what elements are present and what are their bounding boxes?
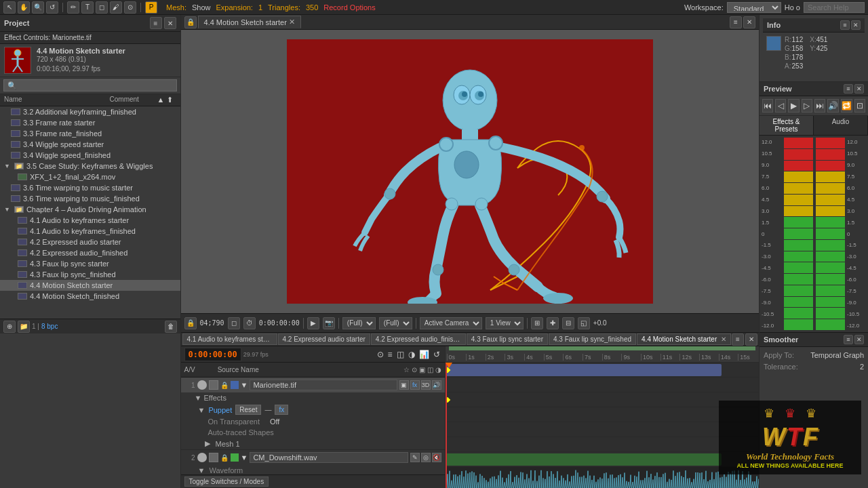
footer-new-comp[interactable]: ⊕ [3,321,16,333]
prev-ram[interactable]: ⊡ [854,99,865,113]
layer-name-2[interactable] [250,452,408,463]
layer-audio-1[interactable]: 🔊 [432,380,441,390]
project-list[interactable]: 3.2 Additional keyframing_finished 3.3 F… [0,106,180,319]
footer-trash[interactable]: 🗑 [165,321,177,333]
layer-lock-1[interactable]: 🔒 [220,382,229,389]
tl-tab-3[interactable]: 4.2 Expressed audio_finished [371,333,466,345]
scroll-up[interactable]: ⬆ [167,96,176,104]
layer-fx-1[interactable]: fx [410,380,420,390]
layer-edit-2[interactable]: ✎ [410,453,420,462]
tool-pen[interactable]: ✏ [67,1,79,14]
vc-snapshot[interactable]: 📷 [323,317,335,329]
layer-blend-1[interactable]: ▣ [399,380,409,390]
list-item[interactable]: 3.2 Additional keyframing_finished [0,106,180,117]
vc-lock[interactable]: 🔒 [184,317,197,329]
tl-graph[interactable]: 📊 [418,350,431,359]
comp-panel-menu[interactable]: ≡ [730,16,742,28]
tl-tab-1[interactable]: 4.1 Audio to keyframes starter [182,333,277,345]
layer-row-2[interactable]: 2 🔒 ▼ ✎ ◎ 🔇 [181,450,445,465]
list-item[interactable]: 3.3 Frame rate starter [0,117,180,128]
list-item[interactable]: 4.1 Audio to keyframes starter [0,215,180,226]
list-item-folder[interactable]: ▼ 📁 3.5 Case Study: Keyframes & Wiggles [0,161,180,171]
expand-puppet[interactable]: ▼ [198,406,205,414]
layer-row-1[interactable]: 1 🔒 ▼ ▣ fx 3D [181,378,445,392]
list-item[interactable]: 4.2 Expressed audio starter [0,237,180,247]
tl-tab-4[interactable]: 4.3 Faux lip sync starter [467,333,548,345]
prev-play[interactable]: ▶ [788,99,799,113]
vc-camera-select[interactable]: Active Camera [420,317,482,329]
tool-hand[interactable]: ✋ [18,1,30,14]
tl-collapse[interactable]: ≡ [387,350,394,359]
audio-tab[interactable]: Audio [814,116,868,135]
record-options[interactable]: Record Options [323,3,375,12]
list-item[interactable]: XFX_1+2_final_x264.mov [0,171,180,182]
puppet-fx-btn[interactable]: fx [275,405,288,415]
layer-mute-2[interactable]: 🔇 [432,453,441,462]
vc-quality[interactable]: (Full) [379,317,412,329]
vc-zoom-select[interactable]: (Full)50%25% [342,317,376,329]
list-item[interactable]: 3.4 Wiggle speed_finished [0,150,180,161]
tool-select[interactable]: ↖ [3,1,16,14]
info-menu[interactable]: ≡ [840,20,850,30]
tl-frame-blend[interactable]: ◫ [395,350,406,359]
vc-zoom-out[interactable]: ◻ [228,317,240,329]
smoother-menu[interactable]: ≡ [844,335,853,344]
vc-fps[interactable]: ⏱ [243,317,256,329]
prev-loop[interactable]: 🔁 [841,99,852,113]
list-item[interactable]: 3.6 Time warping to music_finished [0,193,180,204]
layer-visibility-2[interactable] [197,453,207,462]
vc-play[interactable]: ▶ [307,317,319,329]
tl-tab-2[interactable]: 4.2 Expressed audio starter [278,333,370,345]
tool-text[interactable]: T [81,1,94,14]
tl-panel-close[interactable]: ✕ [745,333,757,346]
tool-puppet2[interactable]: P [145,1,157,14]
effects-presets-tab[interactable]: Effects & Presets [760,116,814,135]
tool-shape[interactable]: ◻ [96,1,108,14]
sort-btn[interactable]: ▲ [157,96,167,104]
list-item[interactable]: 3.4 Wiggle speed starter [0,139,180,150]
comp-panel-lock[interactable]: 🔒 [184,16,197,28]
vc-grid[interactable]: ⊞ [531,317,543,329]
tool-puppet[interactable]: ⊙ [124,1,136,14]
search-help-input[interactable] [804,2,865,13]
vc-safe-zone[interactable]: ⊟ [562,317,574,329]
smoother-close[interactable]: ✕ [854,335,864,344]
vc-view-select[interactable]: 1 View [486,317,524,329]
expand-arrow-1[interactable]: ▼ [241,381,248,389]
list-item-selected[interactable]: 4.4 Motion Sketch starter [0,280,180,291]
puppet-reset-btn[interactable]: Reset [235,405,261,415]
project-btn1[interactable]: ≡ [150,17,162,29]
tl-hide-shy[interactable]: ⊙ [376,350,385,359]
vc-guide[interactable]: ✚ [547,317,559,329]
list-item[interactable]: 4.2 Expressed audio_finished [0,247,180,258]
layer-lock-2[interactable]: 🔒 [220,454,229,462]
comp-tab-active[interactable]: 4.4 Motion Sketch starter ✕ [198,16,301,28]
expand-waveform[interactable]: ▼ [198,466,205,474]
project-close[interactable]: ✕ [164,17,176,29]
tool-zoom[interactable]: 🔍 [32,1,44,14]
layer-solo-2[interactable] [209,453,218,462]
toggle-switches-btn[interactable]: Toggle Switches / Modes [184,476,269,487]
prev-first[interactable]: ⏮ [762,99,773,113]
tl-live-update[interactable]: ↺ [432,350,441,359]
prev-last[interactable]: ⏭ [814,99,825,113]
list-item[interactable]: 3.6 Time warping to music starter [0,182,180,193]
preview-close[interactable]: ✕ [854,84,864,94]
tl-motion-blur[interactable]: ◑ [407,350,416,359]
puppet-label[interactable]: Puppet [208,406,232,414]
list-item[interactable]: 4.1 Audio to keyframes_finished [0,226,180,237]
tl-tab-active[interactable]: 4.4 Motion Sketch starter ✕ [637,333,731,345]
preview-menu[interactable]: ≡ [844,84,853,94]
list-item[interactable]: 3.3 Frame rate_finished [0,128,180,139]
list-item[interactable]: 4.4 Motion Sketch_finished [0,291,180,302]
tl-panel-menu[interactable]: ≡ [732,333,744,346]
layer-name-1[interactable] [250,380,397,390]
list-item[interactable]: 4.3 Faux lip sync starter [0,258,180,269]
layer-3d-1[interactable]: 3D [421,380,431,390]
comp-tab-close[interactable]: ✕ [289,18,295,26]
list-item-folder[interactable]: ▼ 📁 Chapter 4 – Audio Driving Animation [0,204,180,215]
list-item[interactable]: 4.3 Faux lip sync_finished [0,269,180,280]
info-close[interactable]: ✕ [851,20,861,30]
comp-panel-close[interactable]: ✕ [743,16,755,28]
footer-folder[interactable]: 📁 [18,321,30,333]
